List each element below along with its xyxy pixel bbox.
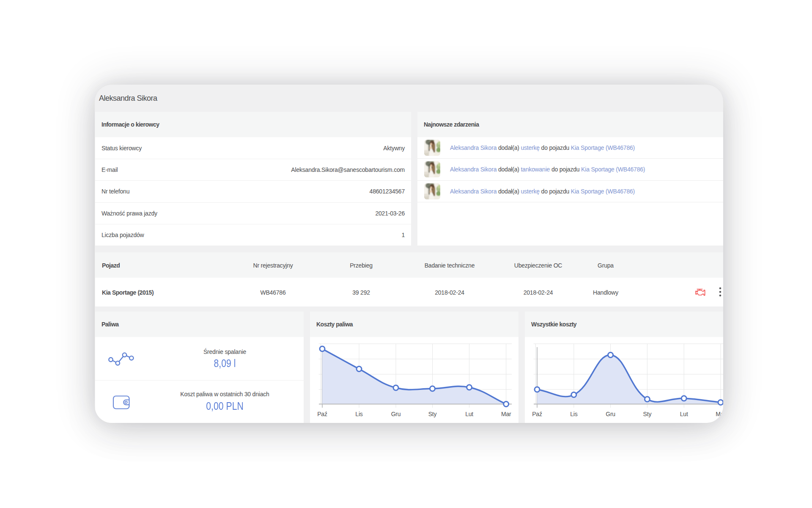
svg-text:Paź: Paź [317,411,327,417]
svg-text:Sty: Sty [643,411,652,417]
svg-text:Gru: Gru [391,411,401,417]
svg-text:Mar: Mar [501,411,511,417]
svg-text:Mar: Mar [716,411,723,417]
svg-text:Lut: Lut [465,411,473,417]
svg-text:Lis: Lis [355,411,362,417]
svg-text:Lis: Lis [570,411,577,417]
svg-text:Lut: Lut [680,411,688,417]
svg-text:Sty: Sty [428,411,437,417]
svg-text:Paź: Paź [532,411,542,417]
svg-text:Gru: Gru [606,411,615,417]
